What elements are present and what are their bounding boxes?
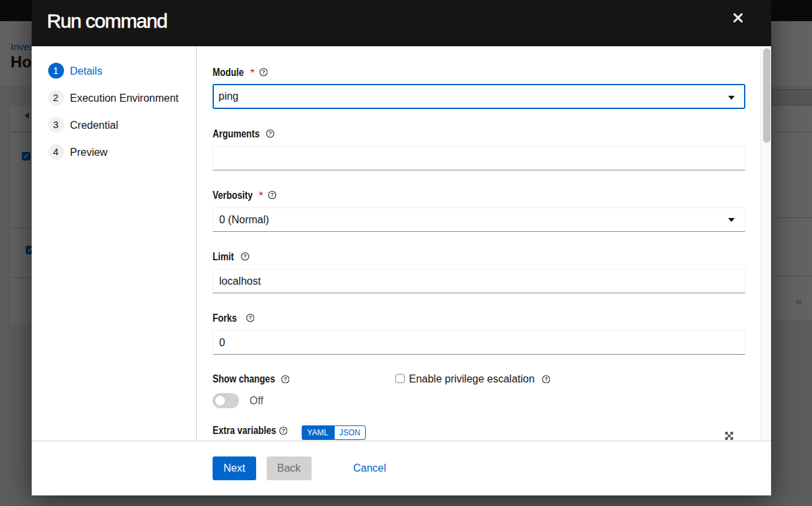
- svg-text:?: ?: [544, 377, 547, 382]
- svg-text:?: ?: [281, 428, 285, 434]
- svg-text:?: ?: [283, 377, 287, 382]
- svg-text:?: ?: [261, 69, 265, 75]
- svg-text:?: ?: [269, 131, 272, 137]
- svg-text:?: ?: [244, 254, 247, 260]
- svg-text:?: ?: [271, 192, 274, 198]
- svg-text:?: ?: [248, 315, 252, 321]
